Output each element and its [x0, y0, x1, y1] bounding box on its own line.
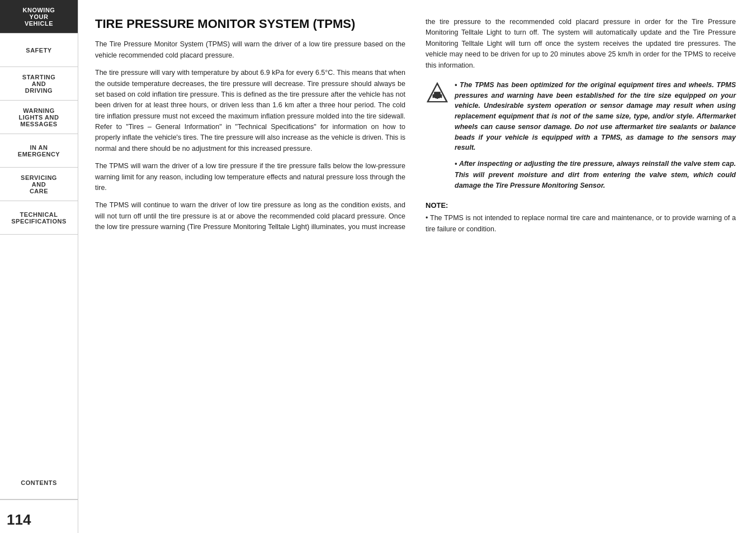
sidebar-item-safety[interactable]: SAFETY [0, 34, 78, 67]
sidebar-item-in-an-emergency[interactable]: IN ANEMERGENCY [0, 134, 78, 168]
warning-content: • The TPMS has been optimized for the or… [455, 80, 736, 191]
sidebar-item-technical-specifications[interactable]: TECHNICALSPECIFICATIONS [0, 201, 78, 235]
sidebar-item-label: TECHNICALSPECIFICATIONS [11, 211, 66, 225]
main-content: TIRE PRESSURE MONITOR SYSTEM (TPMS) The … [78, 0, 756, 533]
page-title: TIRE PRESSURE MONITOR SYSTEM (TPMS) [95, 17, 405, 31]
sidebar-item-label: CONTENTS [21, 479, 57, 486]
sidebar-item-label: WARNINGLIGHTS ANDMESSAGES [19, 107, 59, 127]
svg-rect-4 [434, 92, 441, 96]
sidebar-item-label: SAFETY [26, 47, 51, 54]
sidebar-item-warning-lights-and-messages[interactable]: WARNINGLIGHTS ANDMESSAGES [0, 101, 78, 134]
page-number: 114 [0, 499, 78, 533]
sidebar-item-knowing-your-vehicle[interactable]: KNOWINGYOURVEHICLE [0, 0, 78, 34]
note-text: • The TPMS is not intended to replace no… [426, 213, 736, 235]
sidebar: KNOWINGYOURVEHICLE SAFETY STARTINGANDDRI… [0, 0, 78, 533]
sidebar-item-starting-and-driving[interactable]: STARTINGANDDRIVING [0, 67, 78, 101]
sidebar-item-contents[interactable]: CONTENTS [0, 466, 78, 499]
warning-triangle-icon: ! [426, 81, 449, 104]
svg-point-6 [440, 98, 442, 100]
warning-bullet-2: • After inspecting or adjusting the tire… [455, 159, 736, 191]
sidebar-item-label: SERVICINGANDCARE [21, 174, 57, 194]
warning-box: ! • The TPMS has been optimized for the … [426, 80, 736, 191]
sidebar-item-servicing-and-care[interactable]: SERVICINGANDCARE [0, 168, 78, 201]
sidebar-item-label: STARTINGANDDRIVING [22, 74, 55, 94]
sidebar-item-label: KNOWINGYOURVEHICLE [23, 7, 55, 27]
svg-point-5 [433, 98, 435, 100]
paragraph-2: The tire pressure will vary with tempera… [95, 68, 405, 154]
note-label: NOTE: [426, 201, 736, 210]
warning-bullet-1: • The TPMS has been optimized for the or… [455, 80, 736, 153]
paragraph-3: The TPMS will warn the driver of a low t… [95, 161, 405, 193]
sidebar-item-label: IN ANEMERGENCY [18, 144, 60, 158]
paragraph-1: The Tire Pressure Monitor System (TPMS) … [95, 39, 405, 61]
